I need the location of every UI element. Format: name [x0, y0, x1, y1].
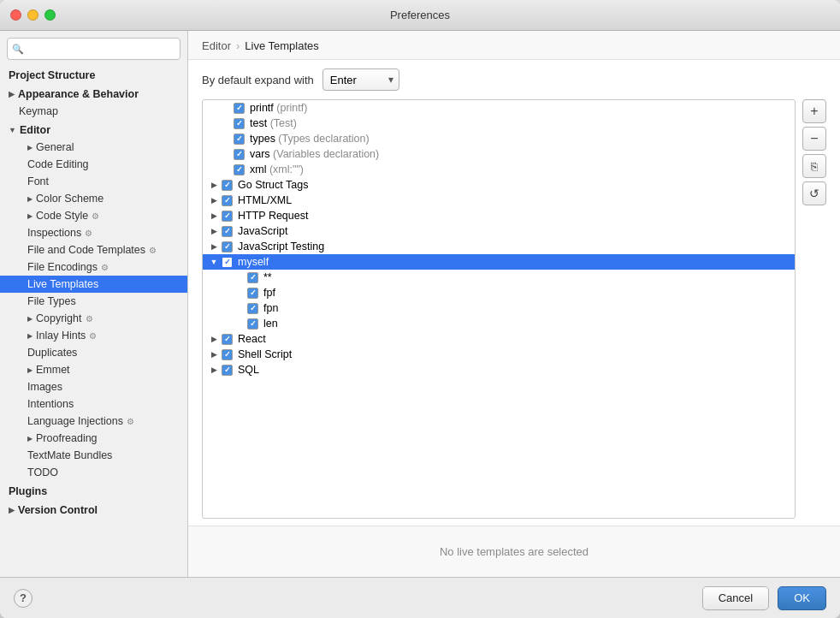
- sidebar-item-general[interactable]: General: [0, 139, 187, 156]
- sidebar-item-code-editing[interactable]: Code Editing: [0, 156, 187, 173]
- chevron-right-icon: [27, 366, 33, 374]
- sidebar-item-version-control[interactable]: Version Control: [0, 500, 187, 519]
- sidebar-item-emmet[interactable]: Emmet: [0, 361, 187, 378]
- search-icon: 🔍: [12, 44, 24, 55]
- chevron-right-icon: [27, 332, 33, 340]
- template-checkbox-types[interactable]: [234, 134, 245, 145]
- close-button[interactable]: [10, 9, 21, 21]
- template-row-http-request[interactable]: HTTP Request: [203, 208, 795, 223]
- expand-collapsed-icon: [208, 225, 220, 237]
- template-checkbox-vars[interactable]: [234, 149, 245, 160]
- template-checkbox-http-request[interactable]: [222, 211, 233, 222]
- sidebar-item-textmate-bundles[interactable]: TextMate Bundles: [0, 447, 187, 464]
- ok-button[interactable]: OK: [778, 586, 826, 610]
- template-checkbox-myself-len[interactable]: [247, 318, 258, 330]
- sidebar: 🔍 Project Structure Appearance & Behavio…: [0, 31, 188, 577]
- templates-list-container[interactable]: printf (printf) test (Test) type: [202, 99, 796, 519]
- maximize-button[interactable]: [44, 9, 56, 21]
- template-checkbox-myself-fpn[interactable]: [247, 303, 258, 314]
- sidebar-item-project-structure[interactable]: Project Structure: [0, 65, 187, 84]
- revert-template-button[interactable]: ↺: [802, 181, 826, 205]
- template-checkbox-printf[interactable]: [234, 103, 245, 114]
- remove-template-button[interactable]: −: [802, 127, 826, 151]
- settings-icon: ⚙: [101, 263, 109, 272]
- sidebar-item-font[interactable]: Font: [0, 173, 187, 190]
- template-row-types[interactable]: types (Types declaration): [203, 131, 795, 146]
- template-checkbox-myself[interactable]: [222, 257, 233, 268]
- sidebar-item-appearance-behavior[interactable]: Appearance & Behavior: [0, 84, 187, 103]
- template-checkbox-sql[interactable]: [222, 365, 233, 376]
- template-checkbox-myself-dstar[interactable]: [247, 272, 258, 283]
- template-row-javascript[interactable]: JavaScript: [203, 223, 795, 239]
- template-row-myself[interactable]: myself: [203, 254, 795, 270]
- chevron-right-icon: [27, 144, 33, 152]
- sidebar-item-language-injections[interactable]: Language Injections ⚙: [0, 413, 187, 430]
- chevron-down-icon: [9, 126, 16, 134]
- template-label-myself-len: len: [263, 318, 278, 330]
- add-template-button[interactable]: +: [802, 99, 826, 123]
- template-checkbox-myself-fpf[interactable]: [247, 288, 258, 299]
- settings-icon: ⚙: [86, 314, 93, 324]
- template-checkbox-shell-script[interactable]: [222, 349, 233, 360]
- sidebar-item-images[interactable]: Images: [0, 378, 187, 395]
- sidebar-item-file-code-templates[interactable]: File and Code Templates ⚙: [0, 241, 187, 258]
- template-checkbox-react[interactable]: [222, 334, 233, 345]
- copy-template-button[interactable]: ⎘: [802, 154, 826, 178]
- sidebar-item-proofreading[interactable]: Proofreading: [0, 430, 187, 447]
- template-row-myself-dstar[interactable]: **: [203, 270, 795, 285]
- sidebar-item-inspections[interactable]: Inspections ⚙: [0, 224, 187, 241]
- template-row-shell-script[interactable]: Shell Script: [203, 347, 795, 362]
- expand-select-wrapper[interactable]: Enter Tab Space: [322, 68, 399, 91]
- template-row-vars[interactable]: vars (Variables declaration): [203, 146, 795, 162]
- template-label-printf: printf (printf): [250, 102, 307, 114]
- search-input[interactable]: [7, 38, 180, 60]
- sidebar-item-duplicates[interactable]: Duplicates: [0, 344, 187, 361]
- breadcrumb-separator: ›: [236, 39, 240, 52]
- template-checkbox-test[interactable]: [234, 118, 245, 129]
- template-row-react[interactable]: React: [203, 331, 795, 347]
- template-row-go-struct-tags[interactable]: Go Struct Tags: [203, 177, 795, 193]
- template-checkbox-xml[interactable]: [234, 164, 245, 175]
- template-checkbox-go-struct-tags[interactable]: [222, 180, 233, 191]
- settings-icon: ⚙: [149, 246, 157, 255]
- sidebar-item-plugins[interactable]: Plugins: [0, 481, 187, 500]
- template-row-test[interactable]: test (Test): [203, 116, 795, 131]
- sidebar-item-code-style[interactable]: Code Style ⚙: [0, 207, 187, 224]
- content-header: Editor › Live Templates: [188, 31, 840, 60]
- expand-row: By default expand with Enter Tab Space: [188, 60, 840, 99]
- sidebar-item-color-scheme[interactable]: Color Scheme: [0, 190, 187, 207]
- template-checkbox-javascript-testing[interactable]: [222, 241, 233, 253]
- expand-select[interactable]: Enter Tab Space: [322, 68, 399, 91]
- help-button[interactable]: ?: [14, 589, 33, 608]
- template-row-xml[interactable]: xml (xml:""): [203, 162, 795, 177]
- template-row-myself-len[interactable]: len: [203, 316, 795, 331]
- template-label-sql: SQL: [238, 364, 259, 376]
- settings-icon: ⚙: [127, 417, 134, 426]
- sidebar-item-editor[interactable]: Editor: [0, 120, 187, 139]
- search-box[interactable]: 🔍: [7, 38, 180, 60]
- window-bottom-bar: ? Cancel OK: [0, 577, 840, 618]
- template-checkbox-html-xml[interactable]: [222, 195, 233, 206]
- sidebar-item-intentions[interactable]: Intentions: [0, 395, 187, 413]
- chevron-right-icon: [27, 435, 33, 443]
- chevron-right-icon: [9, 90, 15, 98]
- expand-collapsed-icon: [208, 241, 220, 253]
- template-row-javascript-testing[interactable]: JavaScript Testing: [203, 239, 795, 254]
- template-row-printf[interactable]: printf (printf): [203, 100, 795, 116]
- sidebar-item-file-types[interactable]: File Types: [0, 293, 187, 310]
- sidebar-item-copyright[interactable]: Copyright ⚙: [0, 310, 187, 327]
- sidebar-item-file-encodings[interactable]: File Encodings ⚙: [0, 258, 187, 276]
- template-row-myself-fpf[interactable]: fpf: [203, 285, 795, 300]
- sidebar-item-keymap[interactable]: Keymap: [0, 103, 187, 120]
- sidebar-item-live-templates[interactable]: Live Templates: [0, 276, 187, 293]
- settings-icon: ⚙: [92, 211, 99, 221]
- chevron-right-icon: [27, 195, 33, 203]
- template-row-html-xml[interactable]: HTML/XML: [203, 193, 795, 208]
- template-row-sql[interactable]: SQL: [203, 362, 795, 377]
- cancel-button[interactable]: Cancel: [702, 586, 769, 610]
- sidebar-item-todo[interactable]: TODO: [0, 464, 187, 481]
- template-checkbox-javascript[interactable]: [222, 226, 233, 237]
- template-row-myself-fpn[interactable]: fpn: [203, 300, 795, 316]
- minimize-button[interactable]: [27, 9, 38, 21]
- sidebar-item-inlay-hints[interactable]: Inlay Hints ⚙: [0, 327, 187, 344]
